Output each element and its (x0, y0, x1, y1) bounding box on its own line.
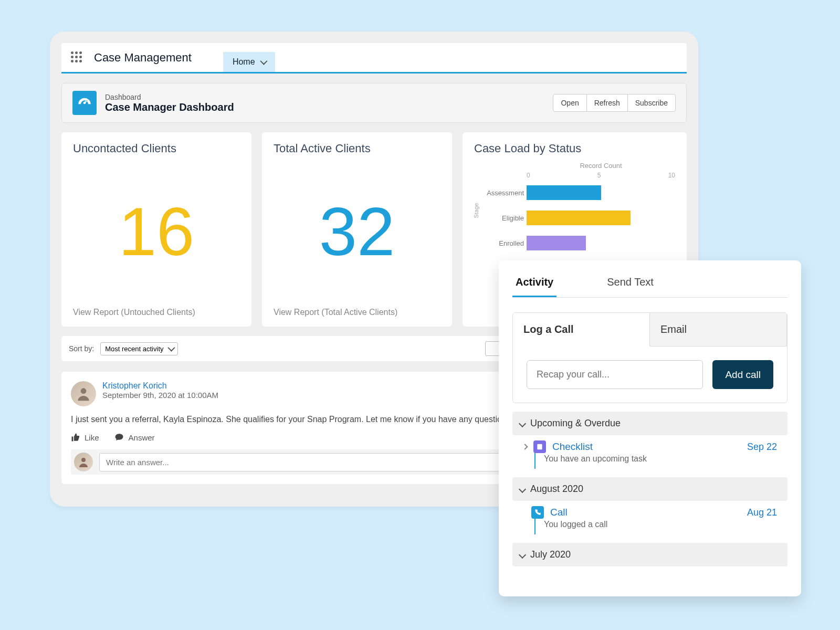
bar (527, 236, 586, 250)
recap-input[interactable] (527, 360, 703, 389)
dashboard-title: Case Manager Dashboard (105, 101, 234, 113)
item-subtitle: You have an upcoming task (534, 453, 788, 469)
apps-grid-icon[interactable] (71, 51, 83, 64)
bar-label: Enrolled (485, 239, 524, 247)
metric-value: 32 (274, 155, 440, 308)
avatar[interactable] (71, 381, 96, 406)
refresh-button[interactable]: Refresh (587, 94, 627, 112)
activity-item-call[interactable]: Call Aug 21 (512, 501, 788, 519)
sort-select[interactable]: Most recent activity (100, 342, 177, 355)
item-date: Sep 22 (747, 442, 777, 453)
activity-tabs: Activity Send Text (512, 272, 788, 298)
bar-row: Assessment (527, 183, 675, 202)
chart-x-ticks: 0 5 10 (527, 172, 675, 179)
sort-selected: Most recent activity (105, 345, 163, 353)
chevron-down-icon (519, 485, 526, 492)
tick: 10 (668, 172, 675, 179)
log-call-panel: Log a Call Email Add call (512, 312, 788, 403)
bar-row: Enrolled (527, 234, 675, 253)
svg-point-2 (81, 388, 87, 394)
sort-label: Sort by: (69, 344, 94, 353)
chevron-down-icon (519, 551, 526, 558)
chevron-down-icon (260, 58, 267, 65)
post-author[interactable]: Kristopher Korich (102, 381, 218, 391)
chart-x-label: Record Count (527, 162, 675, 170)
chart-title: Case Load by Status (474, 142, 675, 155)
post-timestamp: September 9th, 2020 at 10:00AM (102, 391, 218, 400)
chevron-right-icon (522, 444, 528, 449)
item-subtitle: You logged a call (534, 519, 788, 534)
bar-label: Assessment (485, 189, 524, 197)
chevron-down-icon (167, 344, 175, 352)
like-button[interactable]: Like (71, 433, 99, 442)
speech-bubble-icon (114, 433, 124, 442)
activity-panel: Activity Send Text Log a Call Email Add … (499, 260, 801, 596)
view-report-link[interactable]: View Report (Total Active Clients) (274, 308, 440, 317)
metric-card-active: Total Active Clients 32 View Report (Tot… (262, 132, 452, 327)
metric-title: Uncontacted Clients (73, 142, 240, 155)
tick: 0 (527, 172, 530, 179)
avatar[interactable] (74, 453, 93, 471)
dashboard-gauge-icon (72, 91, 97, 115)
checklist-icon (533, 440, 546, 453)
subscribe-button[interactable]: Subscribe (627, 94, 676, 112)
tab-send-text[interactable]: Send Text (604, 272, 657, 297)
nav-tab-label: Home (233, 57, 255, 67)
bar-label: Eligible (485, 214, 524, 222)
subtab-email[interactable]: Email (650, 313, 787, 346)
svg-point-3 (81, 458, 86, 462)
view-report-link[interactable]: View Report (Untouched Clients) (73, 308, 240, 317)
svg-rect-4 (537, 444, 542, 450)
dashboard-header: Dashboard Case Manager Dashboard Open Re… (61, 83, 687, 123)
nav-tab-home[interactable]: Home (223, 52, 275, 72)
item-date: Aug 21 (747, 507, 777, 518)
tab-activity[interactable]: Activity (512, 272, 556, 297)
chevron-down-icon (519, 419, 526, 427)
item-title: Call (550, 507, 568, 518)
activity-item-checklist[interactable]: Checklist Sep 22 (512, 435, 788, 453)
answer-button[interactable]: Answer (114, 433, 155, 442)
bar (527, 211, 631, 225)
dashboard-subtitle: Dashboard (105, 93, 234, 101)
open-button[interactable]: Open (553, 94, 586, 112)
section-upcoming[interactable]: Upcoming & Overdue (512, 412, 788, 435)
topbar: Case Management Home (61, 43, 687, 74)
section-august[interactable]: August 2020 (512, 477, 788, 501)
bar-row: Eligible (527, 208, 675, 227)
chart-y-label: Stage (473, 203, 479, 218)
section-july[interactable]: July 2020 (512, 543, 788, 566)
item-title: Checklist (552, 441, 593, 453)
add-call-button[interactable]: Add call (712, 360, 773, 389)
tick: 5 (597, 172, 601, 179)
thumbs-up-icon (71, 433, 80, 442)
subtab-log-call[interactable]: Log a Call (513, 313, 650, 346)
dashboard-actions: Open Refresh Subscribe (553, 94, 676, 112)
phone-icon (531, 506, 544, 519)
metric-value: 16 (73, 155, 240, 308)
metric-card-uncontacted: Uncontacted Clients 16 View Report (Unto… (61, 132, 251, 327)
metric-title: Total Active Clients (274, 142, 440, 155)
chart-area: Record Count 0 5 10 Stage AssessmentElig… (474, 162, 675, 253)
bar (527, 185, 601, 200)
app-title: Case Management (94, 51, 192, 65)
